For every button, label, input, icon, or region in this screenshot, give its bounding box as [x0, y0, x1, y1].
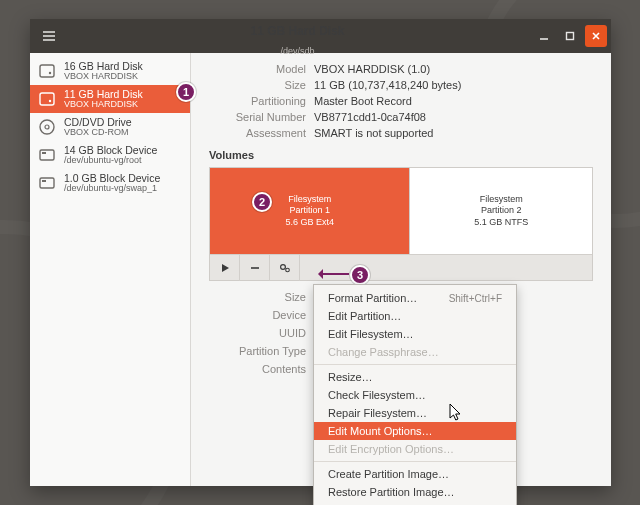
vol1-sub2: 5.6 GB Ext4 [285, 217, 334, 228]
device-icon [36, 116, 58, 138]
below-device-label: Device [209, 309, 314, 321]
vol1-sub1: Partition 1 [289, 205, 330, 216]
volume-partition-1[interactable]: Filesystem Partition 1 5.6 GB Ext4 [210, 168, 410, 254]
minus-icon [250, 263, 260, 273]
svg-rect-9 [40, 178, 54, 188]
device-sub: VBOX HARDDISK [64, 100, 143, 109]
volume-toolbar [210, 254, 592, 280]
titlebar: 11 GB Hard Disk /dev/sdb [30, 19, 611, 53]
serial-label: Serial Number [209, 111, 314, 123]
device-sub: /dev/ubuntu-vg/swap_1 [64, 184, 160, 193]
device-icon [36, 88, 58, 110]
part-value: Master Boot Record [314, 95, 593, 107]
partition-options-menu: Format Partition…Shift+Ctrl+FEdit Partit… [313, 284, 517, 505]
device-icon [36, 60, 58, 82]
device-sidebar: 16 GB Hard DiskVBOX HARDDISK11 GB Hard D… [30, 53, 191, 486]
model-label: Model [209, 63, 314, 75]
menu-item-7[interactable]: Repair Filesystem… [314, 404, 516, 422]
svg-rect-8 [42, 152, 46, 154]
vol2-sub2: 5.1 GB NTFS [474, 217, 528, 228]
menu-item-label: Check Filesystem… [328, 389, 426, 401]
device-sub: VBOX CD-ROM [64, 128, 132, 137]
volume-partition-2[interactable]: Filesystem Partition 2 5.1 GB NTFS [410, 168, 592, 254]
below-uuid-label: UUID [209, 327, 314, 339]
menu-item-9: Edit Encryption Options… [314, 440, 516, 458]
maximize-icon [565, 31, 575, 41]
sidebar-device-4[interactable]: 1.0 GB Block Device/dev/ubuntu-vg/swap_1 [30, 169, 190, 197]
device-sub: VBOX HARDDISK [64, 72, 143, 81]
gears-icon [279, 262, 291, 274]
hamburger-icon [43, 31, 55, 41]
menu-item-12[interactable]: Restore Partition Image… [314, 483, 516, 501]
menu-separator [314, 364, 516, 365]
sidebar-device-0[interactable]: 16 GB Hard DiskVBOX HARDDISK [30, 57, 190, 85]
svg-rect-1 [40, 65, 54, 77]
sidebar-device-2[interactable]: CD/DVD DriveVBOX CD-ROM [30, 113, 190, 141]
svg-rect-3 [40, 93, 54, 105]
assess-label: Assessment [209, 127, 314, 139]
svg-point-12 [285, 268, 289, 272]
menu-item-13[interactable]: Benchmark Partition… [314, 501, 516, 505]
svg-point-5 [40, 120, 54, 134]
menu-item-accel: Shift+Ctrl+F [449, 293, 502, 304]
vol1-title: Filesystem [288, 194, 331, 205]
menu-item-label: Restore Partition Image… [328, 486, 455, 498]
part-label: Partitioning [209, 95, 314, 107]
svg-rect-10 [42, 180, 46, 182]
close-icon [591, 31, 601, 41]
menu-item-label: Edit Encryption Options… [328, 443, 454, 455]
mount-play-button[interactable] [210, 255, 240, 281]
size-label: Size [209, 79, 314, 91]
vol2-sub1: Partition 2 [481, 205, 522, 216]
device-icon [36, 172, 58, 194]
sidebar-device-3[interactable]: 14 GB Block Device/dev/ubuntu-vg/root [30, 141, 190, 169]
menu-separator [314, 461, 516, 462]
menu-item-2[interactable]: Edit Filesystem… [314, 325, 516, 343]
svg-rect-7 [40, 150, 54, 160]
menu-item-11[interactable]: Create Partition Image… [314, 465, 516, 483]
minimize-button[interactable] [533, 25, 555, 47]
below-size-label: Size [209, 291, 314, 303]
maximize-button[interactable] [559, 25, 581, 47]
delete-partition-button[interactable] [240, 255, 270, 281]
menu-item-8[interactable]: Edit Mount Options… [314, 422, 516, 440]
device-icon [36, 144, 58, 166]
app-menu-button[interactable] [38, 25, 60, 47]
svg-point-4 [49, 100, 51, 102]
minimize-icon [539, 31, 549, 41]
window-title: 11 GB Hard Disk [66, 15, 529, 46]
menu-item-6[interactable]: Check Filesystem… [314, 386, 516, 404]
more-options-button[interactable] [270, 255, 300, 281]
menu-item-label: Edit Mount Options… [328, 425, 433, 437]
menu-item-label: Change Passphrase… [328, 346, 439, 358]
menu-item-label: Edit Filesystem… [328, 328, 414, 340]
menu-item-label: Format Partition… [328, 292, 417, 304]
volumes-diagram: Filesystem Partition 1 5.6 GB Ext4 Files… [209, 167, 593, 281]
below-ptype-label: Partition Type [209, 345, 314, 357]
menu-item-3: Change Passphrase… [314, 343, 516, 361]
svg-rect-0 [567, 33, 574, 40]
menu-item-1[interactable]: Edit Partition… [314, 307, 516, 325]
vol2-title: Filesystem [480, 194, 523, 205]
svg-point-11 [280, 264, 285, 269]
size-value: 11 GB (10,737,418,240 bytes) [314, 79, 593, 91]
menu-item-label: Repair Filesystem… [328, 407, 427, 419]
model-value: VBOX HARDDISK (1.0) [314, 63, 593, 75]
sidebar-device-1[interactable]: 11 GB Hard DiskVBOX HARDDISK [30, 85, 190, 113]
menu-item-0[interactable]: Format Partition…Shift+Ctrl+F [314, 289, 516, 307]
menu-item-5[interactable]: Resize… [314, 368, 516, 386]
play-icon [220, 263, 230, 273]
svg-point-6 [45, 125, 49, 129]
menu-item-label: Edit Partition… [328, 310, 401, 322]
menu-item-label: Create Partition Image… [328, 468, 449, 480]
assess-value: SMART is not supported [314, 127, 593, 139]
device-sub: /dev/ubuntu-vg/root [64, 156, 157, 165]
volumes-heading: Volumes [209, 149, 593, 161]
serial-value: VB8771cdd1-0ca74f08 [314, 111, 593, 123]
below-contents-label: Contents [209, 363, 314, 375]
menu-item-label: Resize… [328, 371, 373, 383]
close-button[interactable] [585, 25, 607, 47]
svg-point-2 [49, 72, 51, 74]
